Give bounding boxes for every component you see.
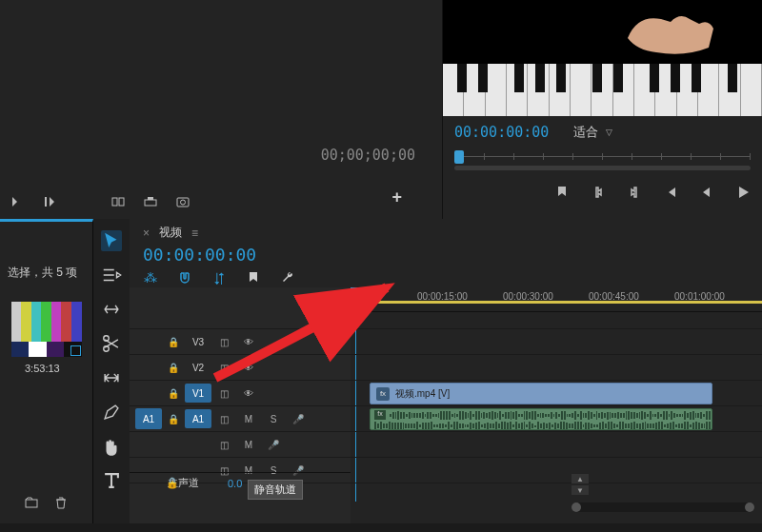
sequence-tab[interactable]: 视频 (159, 225, 182, 241)
track-a2-header: ◫ M 🎤 (130, 432, 351, 458)
program-timecode[interactable]: 00:00:00:00 (454, 124, 549, 141)
track-v1-header: 🔒 V1 ◫ 👁 (130, 381, 351, 406)
eye-icon[interactable]: 👁 (236, 337, 261, 347)
mute-tooltip: 静音轨道 (248, 480, 303, 500)
lock-icon[interactable]: 🔒 (166, 477, 179, 489)
v1-target[interactable]: V1 (185, 384, 211, 403)
lock-icon[interactable]: 🔒 (162, 388, 185, 399)
program-preview (443, 0, 762, 116)
insert-icon[interactable] (110, 194, 126, 209)
zoom-fit-dropdown[interactable]: 适合 ▽ (566, 122, 620, 143)
clip-label: 视频.mp4 [V] (395, 387, 450, 401)
hand-tool[interactable] (101, 436, 122, 457)
v3-track-lane[interactable] (351, 329, 762, 355)
audio-clip[interactable]: fx (370, 408, 712, 430)
tool-palette (93, 219, 130, 523)
toggle-output-icon[interactable]: ◫ (211, 388, 236, 399)
project-panel: 选择，共 5 项 3:53:13 (0, 219, 93, 523)
program-monitor: 00:00:00:00 适合 ▽ (443, 0, 762, 219)
nav-down-icon[interactable]: ▼ (572, 485, 589, 495)
svg-rect-2 (145, 200, 156, 206)
close-sequence-icon[interactable]: × (143, 227, 150, 240)
toggle-output-icon[interactable]: ◫ (211, 363, 236, 373)
lock-icon[interactable]: 🔒 (162, 414, 185, 424)
v2-target[interactable]: V2 (185, 358, 211, 377)
track-v3-header: 🔒 V3 ◫ 👁 (130, 329, 351, 355)
ripple-edit-tool[interactable] (101, 299, 122, 320)
v1-track-lane[interactable]: fx 视频.mp4 [V] (351, 381, 762, 406)
a1-source-patch[interactable]: A1 (135, 408, 162, 429)
step-back-icon[interactable] (663, 185, 678, 200)
track-v2-header: 🔒 V2 ◫ 👁 (130, 355, 351, 381)
mute-button[interactable]: M (236, 440, 261, 450)
a2-target[interactable] (185, 435, 211, 454)
overwrite-icon[interactable] (143, 194, 158, 209)
export-frame-icon[interactable] (175, 194, 190, 209)
lock-icon[interactable]: 🔒 (162, 363, 185, 373)
voice-over-icon[interactable]: 🎤 (286, 414, 311, 424)
linked-selection-icon[interactable]: ⮃ (211, 270, 227, 286)
toggle-output-icon[interactable]: ◫ (211, 337, 236, 347)
a1-track-lane[interactable]: fx (351, 406, 762, 432)
new-bin-icon[interactable] (24, 495, 39, 510)
timeline-h-scrollbar[interactable] (572, 502, 754, 512)
marker-icon[interactable] (554, 185, 570, 200)
out-bracket-icon[interactable] (627, 185, 642, 200)
type-tool[interactable] (101, 470, 122, 491)
snap-magnet-icon[interactable] (177, 270, 192, 286)
mute-button[interactable]: M (236, 414, 261, 424)
mark-in-icon[interactable] (10, 194, 25, 209)
clip-duration: 3:53:13 (0, 363, 92, 374)
fx-badge-icon: fx (376, 387, 390, 401)
scrollbar-thumb[interactable] (572, 502, 581, 512)
selection-tool[interactable] (101, 230, 122, 251)
eye-icon[interactable]: 👁 (236, 388, 261, 399)
track-select-tool[interactable] (101, 265, 122, 286)
v3-target[interactable]: V3 (185, 332, 211, 351)
source-timecode: 00;00;00;00 (321, 147, 415, 164)
svg-rect-0 (112, 198, 117, 206)
a1-target[interactable]: A1 (185, 409, 211, 428)
scrollbar-thumb[interactable] (745, 502, 754, 512)
svg-rect-1 (119, 198, 124, 206)
playhead-icon[interactable] (454, 150, 464, 164)
master-volume[interactable]: 0.0 (228, 478, 242, 489)
settings-wrench-icon[interactable] (280, 270, 295, 286)
prev-frame-icon[interactable] (699, 185, 714, 200)
toggle-output-icon[interactable]: ◫ (211, 414, 236, 424)
trash-icon[interactable] (53, 495, 69, 510)
razor-tool[interactable] (101, 333, 122, 354)
snap-nested-icon[interactable]: ⁂ (143, 270, 158, 286)
in-bracket-icon[interactable] (591, 185, 606, 200)
track-a1-header: A1 🔒 A1 ◫ M S 🎤 (130, 406, 351, 432)
play-icon[interactable] (735, 185, 751, 200)
lock-icon[interactable]: 🔒 (162, 337, 185, 347)
a2-track-lane[interactable] (351, 432, 762, 458)
marker-tool-icon[interactable] (246, 270, 261, 286)
project-filter-text: 选择，共 5 项 (0, 222, 92, 288)
bin-thumbnail[interactable] (11, 302, 82, 357)
source-monitor: 00;00;00;00 + (0, 0, 443, 219)
nav-up-icon[interactable]: ▲ (572, 474, 589, 483)
timeline-timecode[interactable]: 00:00:00:00 (143, 245, 749, 265)
video-clip[interactable]: fx 视频.mp4 [V] (370, 383, 712, 404)
track-header-area: 🔒 V3 ◫ 👁 🔒 V2 ◫ 👁 🔒 V1 ◫ 👁 (130, 287, 351, 523)
master-track-header: 🔒 主声道 0.0 (130, 472, 351, 493)
v2-track-lane[interactable] (351, 355, 762, 381)
add-button[interactable]: + (391, 187, 402, 207)
time-ruler[interactable]: :00:00 00:00:15:00 00:00:30:00 00:00:45:… (351, 287, 762, 312)
svg-rect-4 (177, 198, 189, 207)
slip-tool[interactable] (101, 367, 122, 388)
program-scrubber[interactable] (443, 148, 762, 175)
a3-track-lane[interactable] (351, 458, 762, 483)
pen-tool[interactable] (101, 402, 122, 423)
tab-menu-icon[interactable]: ≡ (191, 227, 198, 240)
voice-over-icon[interactable]: 🎤 (261, 440, 286, 450)
timeline-playhead[interactable] (351, 287, 362, 297)
toggle-output-icon[interactable]: ◫ (211, 440, 236, 450)
eye-icon[interactable]: 👁 (236, 363, 261, 373)
mark-out-icon[interactable] (42, 194, 57, 209)
svg-point-5 (181, 200, 186, 205)
solo-button[interactable]: S (261, 414, 286, 424)
work-area-bar[interactable] (351, 301, 762, 304)
